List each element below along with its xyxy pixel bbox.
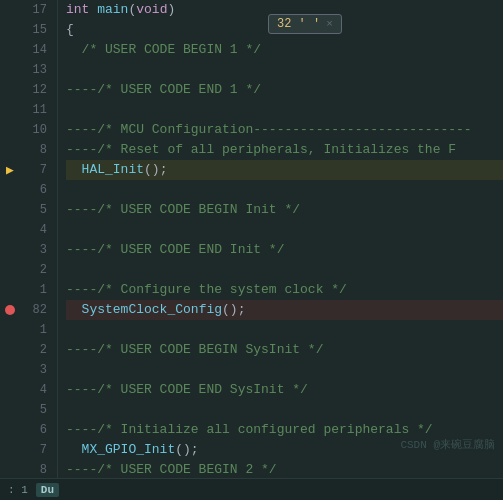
code-token: ();	[222, 300, 245, 320]
side-cell	[0, 180, 20, 200]
side-cell	[0, 300, 20, 320]
code-token: ----/* USER CODE BEGIN Init */	[66, 200, 300, 220]
table-row	[66, 100, 503, 120]
side-cell: ▶	[0, 160, 20, 180]
side-cell	[0, 0, 20, 20]
line-number: 11	[24, 100, 53, 120]
line-numbers: 1715141312111087654321821234567891011121…	[24, 0, 53, 478]
code-token	[66, 300, 82, 320]
line-number: 1	[24, 280, 53, 300]
code-token: int	[66, 0, 89, 20]
table-row: ----/* MCU Configuration----------------…	[66, 120, 503, 140]
code-area[interactable]: 32 ' ' × int main(void){ /* USER CODE BE…	[58, 0, 503, 478]
line-number: 2	[24, 340, 53, 360]
side-cell	[0, 20, 20, 40]
side-cell	[0, 420, 20, 440]
line-number: 8	[24, 460, 53, 478]
side-indicators: ▶	[0, 0, 20, 478]
line-number: 15	[24, 20, 53, 40]
side-cell	[0, 200, 20, 220]
code-token: ----/* Configure the system clock */	[66, 280, 347, 300]
table-row	[66, 220, 503, 240]
code-token: main	[97, 0, 128, 20]
side-cell	[0, 240, 20, 260]
code-token: ----/* USER CODE END 1 */	[66, 80, 261, 100]
code-token: ();	[175, 440, 198, 460]
line-number: 5	[24, 400, 53, 420]
code-token: SystemClock_Config	[82, 300, 222, 320]
editor-container: ▶ 17151413121110876543218212345678910111…	[0, 0, 503, 478]
code-token: void	[136, 0, 167, 20]
breakpoint-dot[interactable]	[5, 305, 15, 315]
side-cell	[0, 60, 20, 80]
line-number: 3	[24, 360, 53, 380]
code-token: ();	[144, 160, 167, 180]
side-cell	[0, 140, 20, 160]
line-number: 4	[24, 220, 53, 240]
table-row: ----/* Configure the system clock */	[66, 280, 503, 300]
code-token: ----/* USER CODE BEGIN 2 */	[66, 460, 277, 478]
side-cell	[0, 320, 20, 340]
code-token: /* USER CODE BEGIN 1 */	[66, 40, 261, 60]
table-row: MX_GPIO_Init();	[66, 440, 503, 460]
status-bar: : 1 Du	[0, 478, 503, 500]
side-cell	[0, 40, 20, 60]
side-cell	[0, 100, 20, 120]
line-number: 17	[24, 0, 53, 20]
code-token: ----/* MCU Configuration----------------…	[66, 120, 472, 140]
code-token	[89, 0, 97, 20]
table-row: ----/* USER CODE BEGIN Init */	[66, 200, 503, 220]
side-cell	[0, 380, 20, 400]
debug-arrow-icon: ▶	[6, 162, 14, 178]
line-number: 12	[24, 80, 53, 100]
table-row: HAL_Init();	[66, 160, 503, 180]
line-number: 4	[24, 380, 53, 400]
code-token: ----/* Initialize all configured periphe…	[66, 420, 433, 440]
table-row: /* USER CODE BEGIN 1 */	[66, 40, 503, 60]
table-row: ----/* USER CODE END SysInit */	[66, 380, 503, 400]
line-number: 14	[24, 40, 53, 60]
status-du-badge: Du	[36, 483, 59, 497]
line-number: 82	[24, 300, 53, 320]
debug-tooltip[interactable]: 32 ' ' ×	[268, 14, 342, 34]
code-token	[66, 160, 82, 180]
side-cell	[0, 220, 20, 240]
table-row: SystemClock_Config();	[66, 300, 503, 320]
side-cell	[0, 360, 20, 380]
table-row	[66, 320, 503, 340]
table-row: ----/* Initialize all configured periphe…	[66, 420, 503, 440]
code-token: {	[66, 20, 74, 40]
line-number: 10	[24, 120, 53, 140]
side-cell	[0, 260, 20, 280]
table-row	[66, 260, 503, 280]
side-cell	[0, 340, 20, 360]
code-token: MX_GPIO_Init	[82, 440, 176, 460]
status-position: : 1	[8, 484, 28, 496]
table-row: ----/* USER CODE BEGIN SysInit */	[66, 340, 503, 360]
code-token: HAL_Init	[82, 160, 144, 180]
table-row: ----/* USER CODE BEGIN 2 */	[66, 460, 503, 478]
line-number: 7	[24, 440, 53, 460]
line-number: 6	[24, 420, 53, 440]
line-number: 6	[24, 180, 53, 200]
code-token: ----/* USER CODE END SysInit */	[66, 380, 308, 400]
table-row	[66, 60, 503, 80]
table-row: ----/* USER CODE END Init */	[66, 240, 503, 260]
line-number: 3	[24, 240, 53, 260]
side-cell	[0, 120, 20, 140]
side-cell	[0, 460, 20, 478]
code-token	[66, 440, 82, 460]
line-number: 13	[24, 60, 53, 80]
table-row: ----/* Reset of all peripherals, Initial…	[66, 140, 503, 160]
line-number: 5	[24, 200, 53, 220]
side-gutter: ▶	[0, 0, 20, 478]
table-row	[66, 180, 503, 200]
tooltip-value: 32 ' '	[277, 17, 320, 31]
table-row	[66, 360, 503, 380]
code-token: ----/* Reset of all peripherals, Initial…	[66, 140, 456, 160]
code-lines: int main(void){ /* USER CODE BEGIN 1 */-…	[66, 0, 503, 478]
line-number: 8	[24, 140, 53, 160]
code-token: (	[128, 0, 136, 20]
code-token: ----/* USER CODE BEGIN SysInit */	[66, 340, 323, 360]
tooltip-close-icon[interactable]: ×	[326, 18, 333, 30]
